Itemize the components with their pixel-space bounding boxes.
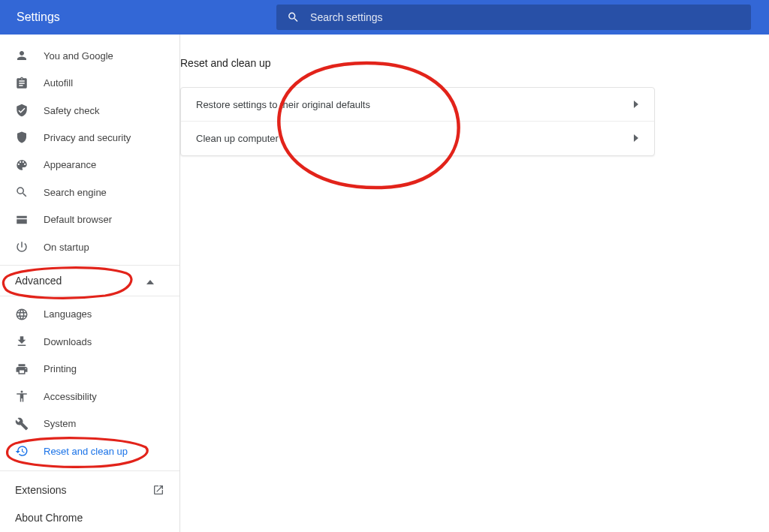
sidebar-item-label: Appearance xyxy=(44,159,96,170)
globe-icon xyxy=(15,308,29,321)
wrench-icon xyxy=(15,417,29,431)
restore-icon xyxy=(15,444,29,458)
search-wrap xyxy=(276,5,751,30)
sidebar-item-privacy[interactable]: Privacy and security xyxy=(0,124,179,151)
sidebar-item-label: Search engine xyxy=(44,187,107,198)
page-title: Settings xyxy=(17,11,60,24)
chevron-up-icon xyxy=(146,275,154,287)
about-label: About Chrome xyxy=(15,512,83,524)
sidebar-item-label: Downloads xyxy=(44,336,92,347)
sidebar-item-label: On startup xyxy=(44,242,89,253)
advanced-label: Advanced xyxy=(15,275,62,287)
search-box[interactable] xyxy=(276,5,751,30)
chevron-right-icon xyxy=(633,133,639,144)
sidebar-item-appearance[interactable]: Appearance xyxy=(0,152,179,179)
sidebar-item-label: Printing xyxy=(44,363,77,374)
sidebar-extensions[interactable]: Extensions xyxy=(0,476,179,503)
search-icon xyxy=(287,11,300,24)
power-icon xyxy=(15,240,29,254)
sidebar-item-label: Privacy and security xyxy=(44,132,131,143)
sidebar-item-label: Autofill xyxy=(44,77,73,89)
accessibility-icon xyxy=(15,389,29,403)
clipboard-icon xyxy=(15,77,29,90)
reset-card: Restore settings to their original defau… xyxy=(180,87,655,156)
download-icon xyxy=(15,335,29,348)
sidebar-item-search-engine[interactable]: Search engine xyxy=(0,179,179,206)
sidebar-item-default-browser[interactable]: Default browser xyxy=(0,206,179,233)
row-label: Clean up computer xyxy=(196,133,279,144)
section-title: Reset and clean up xyxy=(180,57,655,69)
sidebar-item-label: Languages xyxy=(44,308,92,320)
restore-defaults-row[interactable]: Restore settings to their original defau… xyxy=(181,88,654,122)
sidebar-item-languages[interactable]: Languages xyxy=(0,301,179,328)
sidebar-item-on-startup[interactable]: On startup xyxy=(0,233,179,260)
chevron-right-icon xyxy=(633,99,639,110)
sidebar-item-label: Safety check xyxy=(44,105,99,116)
sidebar-about-chrome[interactable]: About Chrome xyxy=(0,504,179,532)
print-icon xyxy=(15,362,29,376)
sidebar-item-label: Accessibility xyxy=(44,391,97,402)
sidebar-item-label: System xyxy=(44,418,76,429)
main-content: Reset and clean up Restore settings to t… xyxy=(180,35,769,532)
sidebar-advanced-toggle[interactable]: Advanced xyxy=(0,265,179,296)
clean-up-computer-row[interactable]: Clean up computer xyxy=(181,122,654,155)
shield-icon xyxy=(15,131,29,144)
search-input[interactable] xyxy=(310,11,740,23)
sidebar-item-you-and-google[interactable]: You and Google xyxy=(0,42,179,69)
sidebar-item-autofill[interactable]: Autofill xyxy=(0,69,179,96)
person-icon xyxy=(15,49,29,62)
sidebar-item-label: You and Google xyxy=(44,50,113,62)
extensions-label: Extensions xyxy=(15,484,66,496)
app-header: Settings xyxy=(0,0,769,35)
browser-icon xyxy=(15,213,29,227)
sidebar-item-accessibility[interactable]: Accessibility xyxy=(0,383,179,410)
sidebar: You and Google Autofill Safety check Pri… xyxy=(0,35,180,532)
sidebar-item-system[interactable]: System xyxy=(0,410,179,437)
open-in-new-icon xyxy=(152,484,164,496)
sidebar-item-downloads[interactable]: Downloads xyxy=(0,328,179,355)
row-label: Restore settings to their original defau… xyxy=(196,99,370,110)
sidebar-item-safety-check[interactable]: Safety check xyxy=(0,97,179,124)
search-icon xyxy=(15,185,29,199)
sidebar-item-reset-clean-up[interactable]: Reset and clean up xyxy=(0,437,179,464)
safety-check-icon xyxy=(15,104,29,117)
sidebar-item-label: Reset and clean up xyxy=(44,446,128,457)
sidebar-item-printing[interactable]: Printing xyxy=(0,356,179,383)
palette-icon xyxy=(15,158,29,172)
sidebar-item-label: Default browser xyxy=(44,214,112,225)
